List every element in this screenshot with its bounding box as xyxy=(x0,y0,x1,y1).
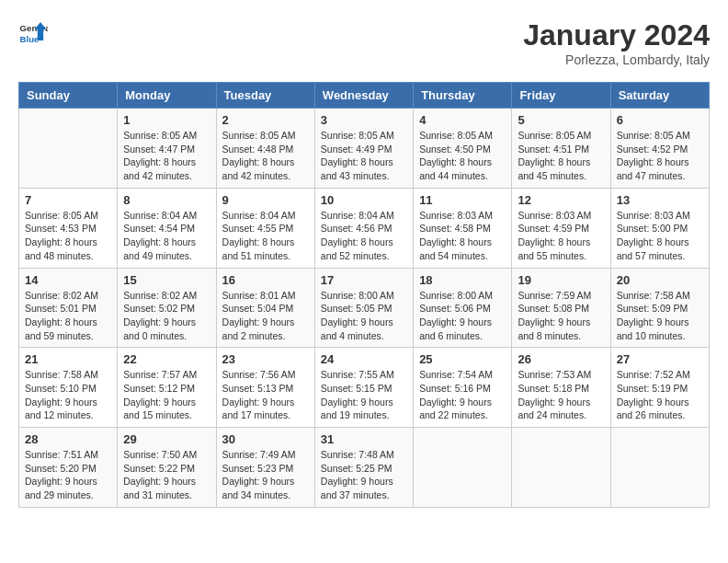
day-info: Sunrise: 8:05 AMSunset: 4:48 PMDaylight:… xyxy=(222,129,309,183)
day-info: Sunrise: 7:57 AMSunset: 5:12 PMDaylight:… xyxy=(123,368,210,422)
day-number: 19 xyxy=(518,273,604,287)
day-info: Sunrise: 8:02 AMSunset: 5:01 PMDaylight:… xyxy=(25,289,111,343)
page-title: January 2024 xyxy=(523,18,710,52)
day-number: 18 xyxy=(419,273,506,287)
day-number: 27 xyxy=(617,352,703,366)
calendar-cell: 30Sunrise: 7:49 AMSunset: 5:23 PMDayligh… xyxy=(216,428,314,508)
day-info: Sunrise: 7:56 AMSunset: 5:13 PMDaylight:… xyxy=(222,368,309,422)
day-number: 31 xyxy=(321,432,407,446)
calendar-cell: 26Sunrise: 7:53 AMSunset: 5:18 PMDayligh… xyxy=(512,348,610,428)
day-number: 4 xyxy=(419,113,506,127)
day-info: Sunrise: 8:03 AMSunset: 4:59 PMDaylight:… xyxy=(518,209,604,263)
calendar-cell: 8Sunrise: 8:04 AMSunset: 4:54 PMDaylight… xyxy=(118,188,216,268)
calendar-table: Sunday Monday Tuesday Wednesday Thursday… xyxy=(18,82,710,508)
week-row-4: 21Sunrise: 7:58 AMSunset: 5:10 PMDayligh… xyxy=(19,348,710,428)
day-number: 8 xyxy=(123,193,210,207)
day-info: Sunrise: 7:55 AMSunset: 5:15 PMDaylight:… xyxy=(321,368,407,422)
day-info: Sunrise: 7:58 AMSunset: 5:09 PMDaylight:… xyxy=(617,289,703,343)
calendar-cell: 10Sunrise: 8:04 AMSunset: 4:56 PMDayligh… xyxy=(314,188,413,268)
calendar-cell: 14Sunrise: 8:02 AMSunset: 5:01 PMDayligh… xyxy=(19,268,118,348)
day-info: Sunrise: 8:05 AMSunset: 4:51 PMDaylight:… xyxy=(518,129,604,183)
day-number: 24 xyxy=(321,352,407,366)
calendar-cell: 20Sunrise: 7:58 AMSunset: 5:09 PMDayligh… xyxy=(610,268,709,348)
day-info: Sunrise: 8:05 AMSunset: 4:49 PMDaylight:… xyxy=(321,129,407,183)
day-number: 16 xyxy=(222,273,309,287)
day-number: 10 xyxy=(321,193,407,207)
day-info: Sunrise: 7:54 AMSunset: 5:16 PMDaylight:… xyxy=(419,368,506,422)
day-info: Sunrise: 7:48 AMSunset: 5:25 PMDaylight:… xyxy=(321,448,407,502)
day-info: Sunrise: 8:01 AMSunset: 5:04 PMDaylight:… xyxy=(222,289,309,343)
day-info: Sunrise: 8:03 AMSunset: 4:58 PMDaylight:… xyxy=(419,209,506,263)
col-monday: Monday xyxy=(118,83,216,109)
calendar-cell: 1Sunrise: 8:05 AMSunset: 4:47 PMDaylight… xyxy=(118,109,216,189)
calendar-cell: 29Sunrise: 7:50 AMSunset: 5:22 PMDayligh… xyxy=(118,428,216,508)
calendar-cell: 22Sunrise: 7:57 AMSunset: 5:12 PMDayligh… xyxy=(118,348,216,428)
day-info: Sunrise: 8:05 AMSunset: 4:47 PMDaylight:… xyxy=(123,129,210,183)
day-info: Sunrise: 8:04 AMSunset: 4:56 PMDaylight:… xyxy=(321,209,407,263)
day-info: Sunrise: 8:00 AMSunset: 5:06 PMDaylight:… xyxy=(419,289,506,343)
day-number: 11 xyxy=(419,193,506,207)
day-info: Sunrise: 7:50 AMSunset: 5:22 PMDaylight:… xyxy=(123,448,210,502)
day-info: Sunrise: 7:51 AMSunset: 5:20 PMDaylight:… xyxy=(25,448,111,502)
day-info: Sunrise: 7:58 AMSunset: 5:10 PMDaylight:… xyxy=(25,368,111,422)
calendar-cell: 7Sunrise: 8:05 AMSunset: 4:53 PMDaylight… xyxy=(19,188,118,268)
calendar-cell: 23Sunrise: 7:56 AMSunset: 5:13 PMDayligh… xyxy=(216,348,314,428)
calendar-cell: 25Sunrise: 7:54 AMSunset: 5:16 PMDayligh… xyxy=(414,348,512,428)
day-info: Sunrise: 8:05 AMSunset: 4:50 PMDaylight:… xyxy=(419,129,506,183)
calendar-cell: 27Sunrise: 7:52 AMSunset: 5:19 PMDayligh… xyxy=(610,348,709,428)
calendar-cell: 3Sunrise: 8:05 AMSunset: 4:49 PMDaylight… xyxy=(314,109,413,189)
calendar-cell: 18Sunrise: 8:00 AMSunset: 5:06 PMDayligh… xyxy=(414,268,512,348)
calendar-cell: 9Sunrise: 8:04 AMSunset: 4:55 PMDaylight… xyxy=(216,188,314,268)
day-number: 7 xyxy=(25,193,111,207)
calendar-cell: 5Sunrise: 8:05 AMSunset: 4:51 PMDaylight… xyxy=(512,109,610,189)
col-thursday: Thursday xyxy=(414,83,512,109)
calendar-cell: 4Sunrise: 8:05 AMSunset: 4:50 PMDaylight… xyxy=(414,109,512,189)
day-number: 3 xyxy=(321,113,407,127)
logo: General Blue xyxy=(18,18,48,48)
calendar-cell: 24Sunrise: 7:55 AMSunset: 5:15 PMDayligh… xyxy=(314,348,413,428)
day-number: 25 xyxy=(419,352,506,366)
calendar-cell xyxy=(19,109,118,189)
location-subtitle: Porlezza, Lombardy, Italy xyxy=(523,52,710,67)
col-sunday: Sunday xyxy=(19,83,118,109)
week-row-3: 14Sunrise: 8:02 AMSunset: 5:01 PMDayligh… xyxy=(19,268,710,348)
day-info: Sunrise: 8:02 AMSunset: 5:02 PMDaylight:… xyxy=(123,289,210,343)
day-number: 29 xyxy=(123,432,210,446)
day-info: Sunrise: 8:05 AMSunset: 4:53 PMDaylight:… xyxy=(25,209,111,263)
calendar-cell: 19Sunrise: 7:59 AMSunset: 5:08 PMDayligh… xyxy=(512,268,610,348)
calendar-cell: 16Sunrise: 8:01 AMSunset: 5:04 PMDayligh… xyxy=(216,268,314,348)
day-info: Sunrise: 8:00 AMSunset: 5:05 PMDaylight:… xyxy=(321,289,407,343)
calendar-cell: 11Sunrise: 8:03 AMSunset: 4:58 PMDayligh… xyxy=(414,188,512,268)
week-row-5: 28Sunrise: 7:51 AMSunset: 5:20 PMDayligh… xyxy=(19,428,710,508)
day-info: Sunrise: 8:05 AMSunset: 4:52 PMDaylight:… xyxy=(617,129,703,183)
calendar-cell: 31Sunrise: 7:48 AMSunset: 5:25 PMDayligh… xyxy=(314,428,413,508)
title-block: January 2024 Porlezza, Lombardy, Italy xyxy=(523,18,710,67)
calendar-cell: 6Sunrise: 8:05 AMSunset: 4:52 PMDaylight… xyxy=(610,109,709,189)
col-wednesday: Wednesday xyxy=(314,83,413,109)
day-info: Sunrise: 7:53 AMSunset: 5:18 PMDaylight:… xyxy=(518,368,604,422)
day-number: 17 xyxy=(321,273,407,287)
day-info: Sunrise: 7:52 AMSunset: 5:19 PMDaylight:… xyxy=(617,368,703,422)
day-info: Sunrise: 7:59 AMSunset: 5:08 PMDaylight:… xyxy=(518,289,604,343)
day-number: 12 xyxy=(518,193,604,207)
svg-text:Blue: Blue xyxy=(20,34,40,44)
day-number: 30 xyxy=(222,432,309,446)
calendar-cell: 28Sunrise: 7:51 AMSunset: 5:20 PMDayligh… xyxy=(19,428,118,508)
day-number: 21 xyxy=(25,352,111,366)
day-number: 2 xyxy=(222,113,309,127)
calendar-cell: 13Sunrise: 8:03 AMSunset: 5:00 PMDayligh… xyxy=(610,188,709,268)
week-row-1: 1Sunrise: 8:05 AMSunset: 4:47 PMDaylight… xyxy=(19,109,710,189)
day-number: 23 xyxy=(222,352,309,366)
week-row-2: 7Sunrise: 8:05 AMSunset: 4:53 PMDaylight… xyxy=(19,188,710,268)
day-number: 22 xyxy=(123,352,210,366)
day-number: 1 xyxy=(123,113,210,127)
calendar-cell xyxy=(512,428,610,508)
day-number: 6 xyxy=(617,113,703,127)
day-number: 13 xyxy=(617,193,703,207)
calendar-cell: 2Sunrise: 8:05 AMSunset: 4:48 PMDaylight… xyxy=(216,109,314,189)
day-info: Sunrise: 7:49 AMSunset: 5:23 PMDaylight:… xyxy=(222,448,309,502)
calendar-cell: 17Sunrise: 8:00 AMSunset: 5:05 PMDayligh… xyxy=(314,268,413,348)
day-info: Sunrise: 8:04 AMSunset: 4:54 PMDaylight:… xyxy=(123,209,210,263)
logo-icon: General Blue xyxy=(18,18,48,48)
day-info: Sunrise: 8:03 AMSunset: 5:00 PMDaylight:… xyxy=(617,209,703,263)
